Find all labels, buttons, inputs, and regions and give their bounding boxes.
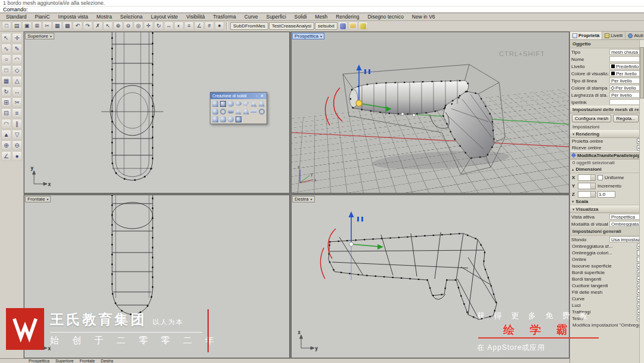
property-value[interactable] [609, 56, 643, 62]
paraboloid-icon[interactable] [243, 100, 249, 107]
sphere-icon[interactable] [227, 100, 234, 107]
regola-button[interactable]: Regola... [613, 115, 638, 122]
fillet-tool-icon[interactable]: ◠ [1, 119, 11, 129]
property-value[interactable]: Prospettica [609, 214, 643, 220]
boolean-difference-icon[interactable]: ⊖ [12, 140, 22, 150]
toolbar-tab[interactable]: Superfici [262, 13, 289, 20]
viewport-tab[interactable]: Prospettica [29, 359, 49, 363]
viewport-prospettica[interactable]: Prospettica CTRL+SHIFT [291, 32, 569, 193]
truncated-pyramid-icon[interactable] [243, 108, 249, 115]
toolbar-tab[interactable]: Trasforma [209, 13, 239, 20]
testcreaseanalysis-button[interactable]: TestCreaseAnalysi [269, 22, 314, 30]
join-tool-icon[interactable]: ≡ [12, 108, 22, 118]
toolbar-tab[interactable]: Standard [2, 13, 30, 20]
toolbar-tab[interactable]: Disegno tecnico [364, 13, 407, 20]
property-value[interactable]: Per livello [609, 85, 643, 91]
section-rendering[interactable]: Rendering [570, 130, 644, 138]
property-value[interactable]: Predefinito [609, 63, 643, 69]
palette-options-icon[interactable] [254, 93, 259, 99]
osnap-icon[interactable]: ∠ [194, 21, 204, 30]
toolbar-tab[interactable]: Mesh [311, 13, 331, 20]
cylinder-icon[interactable] [212, 108, 218, 115]
open-file-icon[interactable]: ▤ [12, 21, 21, 30]
new-file-icon[interactable]: □ [2, 21, 11, 30]
impostazioni-link[interactable]: Impostazioni [570, 124, 644, 130]
subd-box-icon[interactable] [338, 21, 348, 30]
cone-icon[interactable] [250, 100, 257, 107]
extrude-curve-icon[interactable] [212, 116, 218, 122]
grid-snap-icon[interactable]: # [205, 21, 214, 30]
z-spinner[interactable] [578, 191, 596, 198]
toolbar-tab[interactable]: Imposta vista [55, 13, 92, 20]
pan-icon[interactable]: ✛ [144, 21, 153, 30]
point-tool-icon[interactable]: ● [12, 151, 22, 161]
property-value[interactable] [609, 99, 643, 105]
y-spinner[interactable] [578, 183, 596, 189]
boolean-solid-icon[interactable] [235, 116, 242, 122]
plane-icon[interactable] [250, 108, 257, 115]
arc-tool-icon[interactable]: ◠ [12, 54, 22, 64]
scrollbar-thumb[interactable] [640, 47, 644, 99]
loft-tool-icon[interactable]: △ [12, 76, 22, 86]
toolbar-tab[interactable]: Layout viste [147, 13, 181, 20]
boolean-union-icon[interactable]: ⊕ [1, 140, 11, 150]
tab-livelli[interactable]: Livelli [602, 32, 626, 39]
toolbar-tab[interactable]: Rendering [332, 13, 363, 20]
tube-icon[interactable] [219, 108, 226, 115]
property-value[interactable]: Ombreggiata [609, 221, 643, 227]
viewport-label-frontale[interactable]: Frontale [25, 196, 51, 202]
box-icon[interactable] [212, 100, 218, 107]
select-icon[interactable]: ↖ [103, 21, 113, 30]
viewport-tab[interactable]: Superiore [55, 359, 73, 363]
gumball[interactable] [328, 211, 383, 280]
rotate-tool-icon[interactable]: ↻ [1, 87, 11, 97]
toolbar-tab[interactable]: Visibilità [182, 13, 208, 20]
toolbar-tab[interactable]: Mostra [93, 13, 116, 20]
viewport-label-superiore[interactable]: Superiore [25, 33, 54, 39]
palette-close-icon[interactable] [259, 93, 265, 99]
toolbar-tab[interactable]: New in V6 [408, 13, 439, 20]
toolbar-tab[interactable]: Solidi [291, 13, 311, 20]
tab-proprieta[interactable]: Proprietà [570, 32, 602, 39]
background-dropdown[interactable]: Usa impostazion... [609, 236, 643, 242]
toolbar-tab[interactable]: Curve [241, 13, 262, 20]
increment-input[interactable] [597, 191, 615, 198]
viewport-label-destra[interactable]: Destra [292, 196, 315, 202]
viewport-tab[interactable]: Frontale [79, 359, 95, 363]
rotate-view-icon[interactable]: ↻ [154, 21, 163, 30]
rectangle-tool-icon[interactable]: □ [1, 65, 11, 75]
redo-icon[interactable]: ↷ [83, 21, 92, 30]
viewport-tab[interactable]: Destra [101, 359, 113, 363]
print-icon[interactable]: ⊞ [32, 21, 42, 30]
palette-titlebar[interactable]: Creazione di solidi [210, 93, 267, 99]
measure-tool-icon[interactable]: ∠ [1, 151, 11, 161]
cut-icon[interactable]: ✂ [42, 21, 52, 30]
selsubd-button[interactable]: selsubd [315, 22, 338, 30]
box-corners-icon[interactable] [219, 100, 226, 107]
undo-icon[interactable]: ↶ [73, 21, 82, 30]
configura-mesh-button[interactable]: Configura mesh [572, 115, 611, 122]
save-icon[interactable]: ▣ [22, 21, 32, 30]
pyramid-icon[interactable] [235, 108, 242, 115]
boxedit-header[interactable]: ModificaTramiteParallelepipedo [570, 151, 644, 159]
uniforme-checkbox[interactable] [597, 175, 603, 180]
folder-icon[interactable] [348, 21, 358, 30]
copy-icon[interactable]: ▦ [52, 21, 62, 30]
pencil-tool-icon[interactable]: ✎ [12, 44, 22, 54]
tab-aiuti[interactable]: Aiuti [626, 32, 644, 39]
surface-tool-icon[interactable]: ▦ [1, 76, 11, 86]
split-tool-icon[interactable]: ⊟ [1, 108, 11, 118]
dimensioni-header[interactable]: Dimensioni [570, 166, 644, 173]
pan-tool-icon[interactable]: ✛ [12, 33, 22, 43]
viewport-label-prospettica[interactable]: Prospettica [292, 33, 324, 39]
property-value[interactable]: Per livello [609, 70, 643, 76]
property-value[interactable]: Per livello [609, 78, 643, 84]
pipe-icon[interactable] [227, 108, 234, 115]
x-spinner[interactable] [578, 174, 596, 181]
command-input[interactable]: Comando: [0, 7, 644, 13]
section-visualizza[interactable]: Visualizza [570, 205, 644, 213]
subdfrommesh-button[interactable]: SubDFromMes [230, 22, 268, 30]
layers-icon[interactable]: ≡ [184, 21, 194, 30]
zoom-out-icon[interactable]: ⊖ [123, 21, 133, 30]
move-tool-icon[interactable]: ↔ [12, 87, 22, 97]
